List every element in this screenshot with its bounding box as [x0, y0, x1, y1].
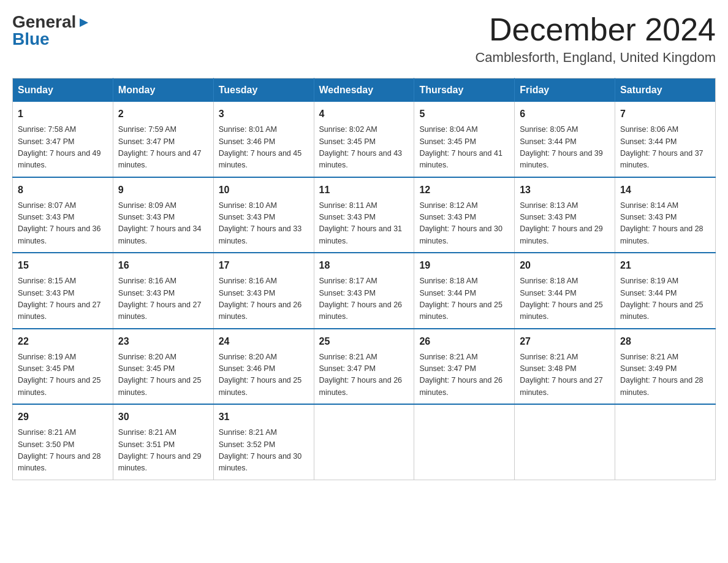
day-number: 28 [620, 334, 710, 349]
day-info: Sunrise: 8:18 AMSunset: 3:44 PMDaylight:… [520, 277, 603, 321]
day-info: Sunrise: 8:17 AMSunset: 3:43 PMDaylight:… [319, 277, 403, 321]
calendar-day-29: 29Sunrise: 8:21 AMSunset: 3:50 PMDayligh… [13, 404, 113, 480]
day-info: Sunrise: 8:19 AMSunset: 3:44 PMDaylight:… [620, 277, 703, 321]
day-number: 2 [118, 107, 208, 121]
logo-arrow-icon [77, 16, 91, 29]
day-info: Sunrise: 8:19 AMSunset: 3:45 PMDaylight:… [18, 353, 101, 397]
day-info: Sunrise: 8:21 AMSunset: 3:50 PMDaylight:… [18, 428, 101, 472]
calendar-empty-4-4 [414, 404, 515, 480]
logo-blue-text: Blue [12, 29, 50, 49]
month-title: December 2024 [475, 12, 716, 47]
calendar-empty-4-6 [615, 404, 716, 480]
calendar-day-5: 5Sunrise: 8:04 AMSunset: 3:45 PMDaylight… [414, 102, 515, 177]
day-number: 9 [118, 183, 208, 197]
day-info: Sunrise: 8:21 AMSunset: 3:51 PMDaylight:… [118, 428, 202, 472]
day-number: 21 [620, 258, 710, 273]
calendar-week-3: 15Sunrise: 8:15 AMSunset: 3:43 PMDayligh… [13, 253, 716, 329]
header-sunday: Sunday [13, 79, 113, 102]
day-info: Sunrise: 8:12 AMSunset: 3:43 PMDaylight:… [419, 201, 502, 245]
calendar-day-30: 30Sunrise: 8:21 AMSunset: 3:51 PMDayligh… [113, 404, 213, 480]
day-info: Sunrise: 8:21 AMSunset: 3:47 PMDaylight:… [419, 353, 502, 397]
svg-marker-0 [80, 18, 88, 27]
day-info: Sunrise: 8:20 AMSunset: 3:45 PMDaylight:… [118, 353, 202, 397]
calendar-day-13: 13Sunrise: 8:13 AMSunset: 3:43 PMDayligh… [515, 177, 615, 253]
day-info: Sunrise: 8:06 AMSunset: 3:44 PMDaylight:… [620, 125, 703, 169]
day-info: Sunrise: 8:21 AMSunset: 3:48 PMDaylight:… [520, 353, 603, 397]
location-title: Camblesforth, England, United Kingdom [475, 50, 716, 66]
calendar-day-24: 24Sunrise: 8:20 AMSunset: 3:46 PMDayligh… [213, 329, 314, 405]
calendar-empty-4-5 [515, 404, 615, 480]
day-number: 15 [18, 258, 108, 273]
calendar-day-10: 10Sunrise: 8:10 AMSunset: 3:43 PMDayligh… [213, 177, 314, 253]
day-info: Sunrise: 8:16 AMSunset: 3:43 PMDaylight:… [118, 277, 202, 321]
calendar-day-27: 27Sunrise: 8:21 AMSunset: 3:48 PMDayligh… [515, 329, 615, 405]
day-info: Sunrise: 7:59 AMSunset: 3:47 PMDaylight:… [118, 125, 202, 169]
header-thursday: Thursday [414, 79, 515, 102]
day-number: 1 [18, 107, 108, 121]
day-number: 3 [219, 107, 309, 121]
day-number: 12 [419, 183, 509, 197]
calendar-day-3: 3Sunrise: 8:01 AMSunset: 3:46 PMDaylight… [213, 102, 314, 177]
day-info: Sunrise: 8:21 AMSunset: 3:49 PMDaylight:… [620, 353, 703, 397]
day-number: 23 [118, 334, 208, 349]
day-number: 5 [419, 107, 509, 121]
day-info: Sunrise: 8:10 AMSunset: 3:43 PMDaylight:… [219, 201, 302, 245]
day-number: 24 [219, 334, 309, 349]
day-number: 25 [319, 334, 409, 349]
header-tuesday: Tuesday [213, 79, 314, 102]
day-info: Sunrise: 8:07 AMSunset: 3:43 PMDaylight:… [18, 201, 101, 245]
calendar-day-11: 11Sunrise: 8:11 AMSunset: 3:43 PMDayligh… [314, 177, 414, 253]
header-wednesday: Wednesday [314, 79, 414, 102]
calendar-day-22: 22Sunrise: 8:19 AMSunset: 3:45 PMDayligh… [13, 329, 113, 405]
calendar-day-20: 20Sunrise: 8:18 AMSunset: 3:44 PMDayligh… [515, 253, 615, 329]
calendar-week-1: 1Sunrise: 7:58 AMSunset: 3:47 PMDaylight… [13, 102, 716, 177]
day-info: Sunrise: 8:01 AMSunset: 3:46 PMDaylight:… [219, 125, 302, 169]
calendar-day-9: 9Sunrise: 8:09 AMSunset: 3:43 PMDaylight… [113, 177, 213, 253]
day-info: Sunrise: 8:18 AMSunset: 3:44 PMDaylight:… [419, 277, 502, 321]
day-number: 18 [319, 258, 409, 273]
day-number: 20 [520, 258, 610, 273]
day-number: 11 [319, 183, 409, 197]
calendar-day-31: 31Sunrise: 8:21 AMSunset: 3:52 PMDayligh… [213, 404, 314, 480]
day-number: 13 [520, 183, 610, 197]
calendar-day-15: 15Sunrise: 8:15 AMSunset: 3:43 PMDayligh… [13, 253, 113, 329]
day-number: 16 [118, 258, 208, 273]
calendar-day-2: 2Sunrise: 7:59 AMSunset: 3:47 PMDaylight… [113, 102, 213, 177]
day-number: 14 [620, 183, 710, 197]
calendar-day-12: 12Sunrise: 8:12 AMSunset: 3:43 PMDayligh… [414, 177, 515, 253]
title-section: December 2024 Camblesforth, England, Uni… [475, 12, 716, 66]
day-number: 22 [18, 334, 108, 349]
calendar-day-1: 1Sunrise: 7:58 AMSunset: 3:47 PMDaylight… [13, 102, 113, 177]
day-number: 26 [419, 334, 509, 349]
day-info: Sunrise: 8:20 AMSunset: 3:46 PMDaylight:… [219, 353, 302, 397]
day-info: Sunrise: 8:21 AMSunset: 3:52 PMDaylight:… [219, 428, 302, 472]
calendar-day-8: 8Sunrise: 8:07 AMSunset: 3:43 PMDaylight… [13, 177, 113, 253]
day-info: Sunrise: 8:04 AMSunset: 3:45 PMDaylight:… [419, 125, 502, 169]
logo: General Blue [12, 12, 91, 49]
calendar-day-28: 28Sunrise: 8:21 AMSunset: 3:49 PMDayligh… [615, 329, 716, 405]
calendar-day-18: 18Sunrise: 8:17 AMSunset: 3:43 PMDayligh… [314, 253, 414, 329]
calendar-day-26: 26Sunrise: 8:21 AMSunset: 3:47 PMDayligh… [414, 329, 515, 405]
calendar-day-25: 25Sunrise: 8:21 AMSunset: 3:47 PMDayligh… [314, 329, 414, 405]
calendar-week-5: 29Sunrise: 8:21 AMSunset: 3:50 PMDayligh… [13, 404, 716, 480]
day-number: 6 [520, 107, 610, 121]
day-info: Sunrise: 8:13 AMSunset: 3:43 PMDaylight:… [520, 201, 603, 245]
header-friday: Friday [515, 79, 615, 102]
day-number: 31 [219, 410, 309, 424]
calendar-week-2: 8Sunrise: 8:07 AMSunset: 3:43 PMDaylight… [13, 177, 716, 253]
calendar-day-6: 6Sunrise: 8:05 AMSunset: 3:44 PMDaylight… [515, 102, 615, 177]
day-number: 30 [118, 410, 208, 424]
header-saturday: Saturday [615, 79, 716, 102]
calendar-day-7: 7Sunrise: 8:06 AMSunset: 3:44 PMDaylight… [615, 102, 716, 177]
day-number: 7 [620, 107, 710, 121]
calendar-empty-4-3 [314, 404, 414, 480]
day-number: 4 [319, 107, 409, 121]
day-number: 8 [18, 183, 108, 197]
calendar-day-17: 17Sunrise: 8:16 AMSunset: 3:43 PMDayligh… [213, 253, 314, 329]
day-info: Sunrise: 8:16 AMSunset: 3:43 PMDaylight:… [219, 277, 302, 321]
calendar-day-16: 16Sunrise: 8:16 AMSunset: 3:43 PMDayligh… [113, 253, 213, 329]
day-info: Sunrise: 8:11 AMSunset: 3:43 PMDaylight:… [319, 201, 403, 245]
day-info: Sunrise: 7:58 AMSunset: 3:47 PMDaylight:… [18, 125, 101, 169]
day-number: 10 [219, 183, 309, 197]
page-header: General Blue December 2024 Camblesforth,… [12, 12, 716, 66]
